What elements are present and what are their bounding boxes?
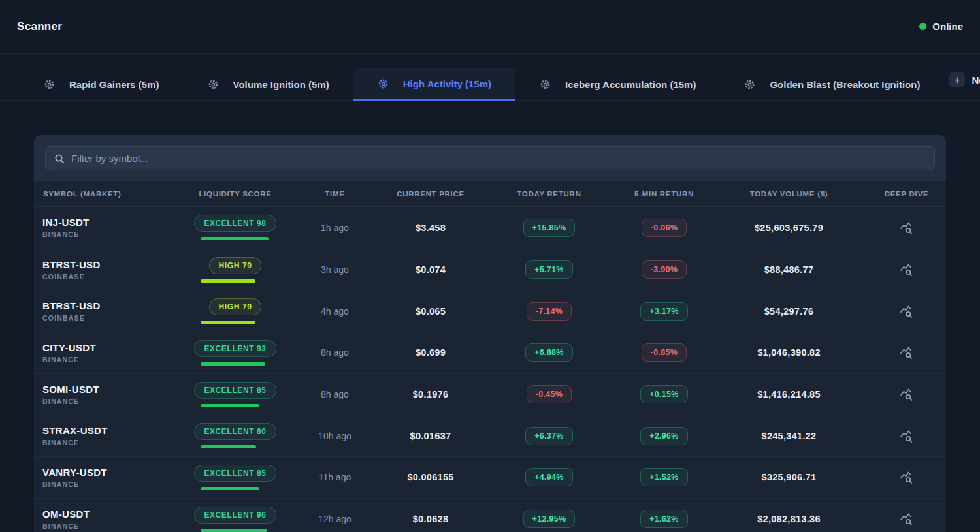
liquidity-bar — [201, 529, 268, 532]
table-row[interactable]: STRAX-USDT BINANCE EXCELLENT 80 10h ago … — [34, 415, 946, 456]
five-min-return-cell: +3.17% — [626, 302, 702, 321]
volume-cell: $325,906.71 — [702, 472, 875, 482]
liquidity-bar-track — [201, 279, 270, 283]
column-header: TODAY RETURN — [472, 190, 626, 198]
price-label: $0.1976 — [413, 389, 449, 399]
scanner-tab-4[interactable]: Iceberg Accumulation (15m) — [515, 68, 720, 101]
liquidity-badge: EXCELLENT 80 — [194, 423, 276, 440]
time-cell: 11h ago — [281, 472, 389, 482]
chart-magnifier-icon — [899, 304, 915, 319]
gear-icon — [540, 79, 551, 90]
liquidity-cell: EXCELLENT 96 — [189, 507, 281, 532]
today-return-badge: +4.94% — [525, 468, 573, 486]
tab-label: Volume Ignition (5m) — [233, 79, 329, 90]
price-label: $0.01637 — [410, 431, 451, 441]
deep-dive-button[interactable] — [875, 220, 938, 236]
deep-dive-button[interactable] — [875, 469, 938, 485]
symbol-label: OM-USDT — [42, 509, 90, 520]
price-cell: $0.065 — [389, 306, 472, 317]
liquidity-bar-track — [201, 321, 270, 324]
symbol-cell: BTRST-USD COINBASE — [42, 259, 189, 281]
chart-magnifier-icon — [899, 262, 915, 277]
symbol-cell: SOMI-USDT BINANCE — [42, 384, 189, 405]
liquidity-bar — [201, 321, 256, 324]
five-min-return-badge: +2.96% — [640, 427, 688, 445]
volume-cell: $54,297.76 — [702, 306, 875, 317]
market-label: BINANCE — [42, 439, 79, 446]
table-row[interactable]: OM-USDT BINANCE EXCELLENT 96 12h ago $0.… — [34, 498, 946, 532]
today-return-cell: +6.88% — [472, 343, 626, 362]
scanner-tab-1[interactable]: Rapid Gainers (5m) — [20, 68, 184, 101]
liquidity-bar-track — [201, 237, 270, 240]
deep-dive-button[interactable] — [875, 386, 938, 402]
volume-label: $54,297.76 — [764, 306, 814, 317]
deep-dive-button[interactable] — [875, 262, 938, 277]
volume-label: $1,046,390.82 — [757, 347, 821, 358]
liquidity-badge: EXCELLENT 85 — [194, 382, 276, 399]
gear-icon — [208, 79, 219, 90]
scanner-tab-5[interactable]: Golden Blast (Breakout Ignition) — [720, 68, 944, 101]
price-cell: $0.074 — [389, 264, 472, 275]
chart-magnifier-icon — [899, 469, 915, 485]
liquidity-badge: EXCELLENT 93 — [194, 340, 276, 357]
today-return-badge: +5.71% — [525, 260, 573, 279]
chart-magnifier-icon — [899, 428, 915, 444]
symbol-filter-box[interactable] — [45, 146, 935, 170]
deep-dive-button[interactable] — [875, 511, 938, 527]
symbol-label: SOMI-USDT — [42, 384, 99, 395]
liquidity-bar — [201, 487, 260, 490]
time-cell: 8h ago — [281, 389, 389, 399]
today-return-badge: +6.88% — [525, 343, 573, 362]
price-cell: $0.1976 — [389, 389, 472, 399]
today-return-badge: +15.85% — [523, 219, 576, 237]
price-label: $0.065 — [416, 306, 446, 317]
symbol-cell: BTRST-USD COINBASE — [42, 300, 189, 322]
today-return-cell: +15.85% — [472, 219, 626, 237]
price-label: $0.006155 — [407, 472, 453, 482]
time-label: 11h ago — [319, 472, 351, 482]
column-header: CURRENT PRICE — [389, 190, 472, 198]
liquidity-bar — [201, 362, 266, 366]
new-scanner-button[interactable]: + New — [944, 63, 980, 96]
scanner-tab-2[interactable]: Volume Ignition (5m) — [184, 68, 353, 101]
table-row[interactable]: CITY-USDT BINANCE EXCELLENT 93 8h ago $0… — [34, 332, 946, 373]
deep-dive-button[interactable] — [875, 345, 938, 360]
symbol-label: VANRY-USDT — [42, 467, 107, 478]
search-icon — [54, 153, 65, 164]
symbol-cell: OM-USDT BINANCE — [42, 509, 189, 530]
today-return-badge: -7.14% — [527, 302, 572, 321]
symbol-filter-input[interactable] — [71, 153, 926, 164]
volume-label: $1,416,214.85 — [757, 389, 821, 399]
volume-cell: $1,416,214.85 — [702, 389, 875, 399]
volume-cell: $25,603,675.79 — [702, 223, 875, 233]
table-row[interactable]: VANRY-USDT BINANCE EXCELLENT 85 11h ago … — [34, 456, 946, 498]
price-cell: $0.006155 — [389, 472, 472, 482]
chart-magnifier-icon — [899, 345, 915, 360]
liquidity-badge: HIGH 79 — [209, 257, 262, 274]
deep-dive-button[interactable] — [875, 304, 938, 319]
five-min-return-cell: +0.15% — [626, 385, 702, 403]
table-row[interactable]: INJ-USDT BINANCE EXCELLENT 98 1h ago $3.… — [34, 207, 946, 249]
market-label: BINANCE — [42, 356, 79, 364]
online-dot-icon — [919, 23, 926, 30]
deep-dive-button[interactable] — [875, 428, 938, 444]
scanner-tab-3[interactable]: High Activity (15m) — [353, 68, 515, 101]
liquidity-cell: EXCELLENT 80 — [189, 423, 281, 448]
liquidity-badge: EXCELLENT 96 — [194, 507, 276, 524]
table-header-row: SYMBOL (MARKET)LIQUIDITY SCORETIMECURREN… — [34, 181, 946, 207]
price-cell: $0.699 — [389, 347, 472, 358]
table-row[interactable]: SOMI-USDT BINANCE EXCELLENT 85 8h ago $0… — [34, 373, 946, 415]
time-label: 3h ago — [321, 264, 349, 275]
table-row[interactable]: BTRST-USD COINBASE HIGH 79 4h ago $0.065… — [34, 290, 946, 332]
liquidity-badge: EXCELLENT 85 — [194, 465, 276, 482]
search-section — [34, 135, 946, 181]
top-bar: Scanner Online — [0, 0, 980, 54]
table-row[interactable]: BTRST-USD COINBASE HIGH 79 3h ago $0.074… — [34, 249, 946, 290]
symbol-label: BTRST-USD — [42, 259, 101, 270]
liquidity-bar-track — [201, 529, 270, 532]
five-min-return-cell: +2.96% — [626, 427, 702, 445]
five-min-return-cell: -0.85% — [626, 343, 702, 362]
time-label: 12h ago — [318, 514, 351, 524]
symbol-cell: CITY-USDT BINANCE — [42, 342, 189, 364]
five-min-return-cell: +1.62% — [626, 510, 702, 528]
